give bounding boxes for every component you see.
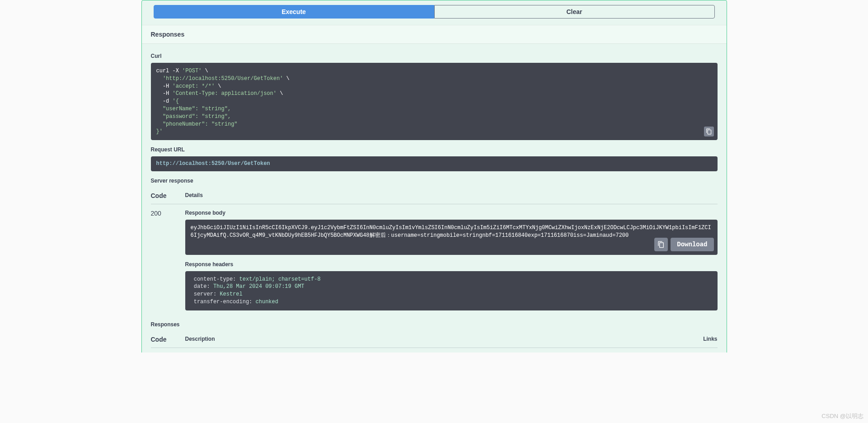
- response-headers-label: Response headers: [185, 261, 718, 268]
- response-body-value: eyJhbGciOiJIUzI1NiIsInR5cCI6IkpXVCJ9.eyJ…: [185, 220, 718, 255]
- code-column-header2: Code: [151, 336, 185, 343]
- declared-responses-label: Responses: [151, 321, 718, 328]
- page-scroll[interactable]: Execute Clear Responses Curl curl -X 'PO…: [0, 0, 868, 352]
- declared-response-row: 200 Success No links: [151, 348, 718, 352]
- description-column-header: Description: [185, 336, 663, 343]
- response-headers-value: content-type: text/plain; charset=utf-8 …: [185, 271, 718, 310]
- server-response-label: Server response: [151, 178, 718, 184]
- response-code: 200: [151, 210, 185, 217]
- execute-toolbar: Execute Clear: [142, 0, 727, 25]
- responses-title: Responses: [151, 31, 718, 38]
- clipboard-icon: [706, 128, 712, 135]
- details-column-header: Details: [185, 192, 718, 199]
- server-response-row: 200 Response body eyJhbGciOiJIUzI1NiIsIn…: [151, 204, 718, 320]
- operation-block: Execute Clear Responses Curl curl -X 'PO…: [141, 0, 727, 352]
- request-url-value: http://localhost:5250/User/GetToken: [151, 156, 718, 171]
- download-button[interactable]: Download: [671, 238, 713, 251]
- clipboard-icon: [657, 241, 665, 248]
- execute-button[interactable]: Execute: [154, 5, 434, 19]
- curl-label: Curl: [151, 53, 718, 59]
- declared-responses-head: Code Description Links: [151, 331, 718, 348]
- responses-body: Curl curl -X 'POST' \ 'http://localhost:…: [142, 43, 727, 352]
- code-column-header: Code: [151, 192, 185, 199]
- links-column-header: Links: [663, 336, 718, 343]
- copy-curl-button[interactable]: [704, 127, 714, 136]
- server-response-table-head: Code Details: [151, 188, 718, 204]
- request-url-label: Request URL: [151, 146, 718, 153]
- curl-command: curl -X 'POST' \ 'http://localhost:5250/…: [151, 63, 718, 140]
- clear-button[interactable]: Clear: [434, 5, 715, 19]
- response-body-label: Response body: [185, 210, 718, 216]
- copy-body-button[interactable]: [654, 238, 668, 251]
- response-details: Response body eyJhbGciOiJIUzI1NiIsInR5cC…: [185, 210, 718, 317]
- responses-header: Responses: [142, 25, 727, 43]
